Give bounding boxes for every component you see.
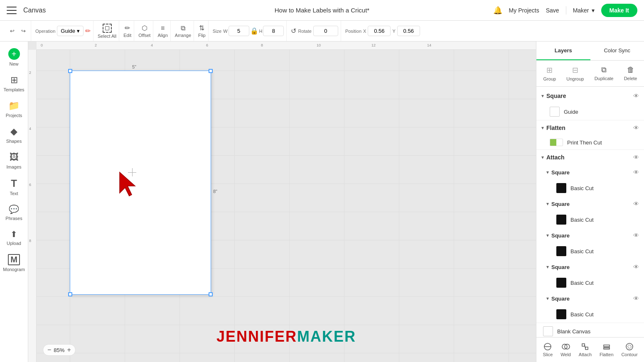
ruler-num-14: 14 — [427, 43, 431, 47]
size-label: Size — [213, 29, 221, 34]
monogram-icon: M — [8, 254, 20, 265]
visibility-toggle-sub5-icon[interactable]: 👁 — [633, 295, 639, 302]
canvas-label: Canvas — [23, 7, 46, 14]
chevron-down-icon: ▾ — [592, 7, 595, 14]
position-section: Position X Y — [343, 21, 423, 41]
delete-label: Delete — [624, 76, 637, 81]
y-position-input[interactable] — [397, 26, 420, 36]
attach-sub-name-2: Square — [551, 201, 631, 207]
layer-item-basic-cut-1[interactable]: Basic Cut — [543, 180, 644, 196]
visibility-toggle-sub4-icon[interactable]: 👁 — [633, 264, 639, 270]
sidebar-item-upload[interactable]: ⬆ Upload — [2, 226, 27, 249]
flatten-button[interactable]: Flatten — [597, 341, 616, 359]
sidebar-item-templates[interactable]: ⊞ Templates — [2, 71, 27, 95]
rotate-icon: ↺ — [291, 27, 296, 35]
width-input[interactable] — [229, 26, 249, 36]
ungroup-icon: ⊟ — [572, 66, 578, 75]
flatten-label: Flatten — [600, 352, 614, 357]
attach-sub-header-3[interactable]: ▾ Square 👁 — [543, 228, 644, 243]
layers-content[interactable]: ▾ Square 👁 Guide ▾ Flatten 👁 P — [536, 87, 644, 337]
machine-selector[interactable]: Maker ▾ — [573, 7, 595, 14]
basic-cut-swatch-4 — [556, 278, 566, 288]
hamburger-menu[interactable] — [7, 7, 17, 14]
group-button[interactable]: ⊞ Group — [540, 64, 560, 83]
height-input[interactable] — [263, 26, 284, 36]
undo-icon: ↩ — [10, 28, 15, 34]
sidebar-item-monogram[interactable]: M Monogram — [2, 251, 27, 275]
attach-sub-header-4[interactable]: ▾ Square 👁 — [543, 259, 644, 274]
make-it-button[interactable]: Make It — [601, 4, 637, 17]
visibility-toggle-sub3-icon[interactable]: 👁 — [633, 232, 639, 239]
pencil-icon[interactable]: ✏ — [85, 27, 91, 35]
sidebar-item-shapes[interactable]: ◆ Shapes — [2, 123, 27, 147]
duplicate-icon: ⧉ — [601, 66, 607, 74]
notification-bell-icon[interactable]: 🔔 — [493, 6, 502, 15]
arrange-button[interactable]: ⧉ Arrange — [175, 24, 191, 38]
edit-button[interactable]: ✏ Edit — [123, 24, 131, 38]
svg-rect-8 — [604, 345, 610, 347]
zoom-in-button[interactable]: + — [67, 346, 71, 354]
canvas-paper — [70, 71, 211, 295]
attach-sub-header-1[interactable]: ▾ Square 👁 — [543, 165, 644, 180]
sidebar-item-phrases[interactable]: 💬 Phrases — [2, 201, 27, 224]
contour-icon — [625, 342, 634, 351]
layer-item-basic-cut-2[interactable]: Basic Cut — [543, 211, 644, 228]
layer-item-basic-cut-4[interactable]: Basic Cut — [543, 274, 644, 291]
chevron-down-icon: ▾ — [546, 264, 549, 270]
x-position-input[interactable] — [368, 26, 391, 36]
sidebar-item-projects[interactable]: 📁 Projects — [2, 97, 27, 121]
layer-group-square-guide-header[interactable]: ▾ Square 👁 — [536, 88, 644, 103]
layer-item-guide[interactable]: Guide — [536, 103, 644, 120]
canvas-area[interactable]: 0 2 4 6 8 10 12 14 2 4 6 8 — [28, 42, 536, 362]
layer-item-ptc[interactable]: Print Then Cut — [536, 135, 644, 149]
images-icon: 🖼 — [10, 152, 19, 163]
main-toolbar: ↩ ↪ Operation Guide ▾ ✏ Select All ✏ Edi… — [0, 21, 644, 42]
chevron-down-icon: ▾ — [77, 28, 80, 34]
operation-dropdown[interactable]: Guide ▾ — [57, 26, 84, 36]
contour-button[interactable]: Contour — [619, 341, 640, 359]
ruler-num-12: 12 — [371, 43, 376, 47]
sidebar-item-new[interactable]: + New — [2, 45, 27, 70]
tab-color-sync[interactable]: Color Sync — [590, 42, 644, 60]
attach-button[interactable]: Attach — [576, 341, 594, 359]
visibility-toggle-sub2-icon[interactable]: 👁 — [633, 201, 639, 207]
undo-button[interactable]: ↩ — [7, 26, 17, 36]
layer-item-basic-cut-5[interactable]: Basic Cut — [543, 306, 644, 323]
align-button[interactable]: ≡ Align — [157, 24, 167, 38]
attach-sub-header-5[interactable]: ▾ Square 👁 — [543, 291, 644, 306]
attach-sub-header-2[interactable]: ▾ Square 👁 — [543, 196, 644, 211]
weld-button[interactable]: Weld — [558, 341, 573, 359]
visibility-toggle-flatten-icon[interactable]: 👁 — [633, 125, 639, 131]
visibility-toggle-sub1-icon[interactable]: 👁 — [633, 169, 639, 176]
redo-icon: ↪ — [21, 28, 26, 34]
rotate-input[interactable] — [313, 26, 338, 36]
duplicate-button[interactable]: ⧉ Duplicate — [591, 64, 617, 83]
flip-button[interactable]: ⇅ Flip — [198, 24, 206, 38]
redo-button[interactable]: ↪ — [19, 26, 28, 36]
ungroup-button[interactable]: ⊟ Ungroup — [563, 64, 587, 83]
attach-sub-group-4: ▾ Square 👁 Basic Cut — [536, 259, 644, 291]
upload-icon: ⬆ — [10, 229, 17, 239]
layer-item-basic-cut-3[interactable]: Basic Cut — [543, 243, 644, 259]
shapes-icon: ◆ — [10, 126, 17, 137]
operation-group: Operation Guide ▾ ✏ — [35, 26, 91, 36]
zoom-out-button[interactable]: − — [47, 346, 51, 354]
basic-cut-label-4: Basic Cut — [570, 280, 594, 286]
delete-button[interactable]: 🗑 Delete — [621, 64, 641, 83]
offset-button[interactable]: ⬡ Offset — [138, 24, 150, 38]
tab-layers[interactable]: Layers — [536, 42, 590, 60]
slice-button[interactable]: Slice — [540, 341, 555, 359]
visibility-toggle-icon[interactable]: 👁 — [633, 93, 639, 99]
layer-group-flatten-header[interactable]: ▾ Flatten 👁 — [536, 120, 644, 135]
layer-group-attach-header[interactable]: ▾ Attach 👁 — [536, 150, 644, 165]
layer-item-blank-canvas[interactable]: Blank Canvas — [536, 323, 644, 337]
visibility-toggle-attach-icon[interactable]: 👁 — [633, 154, 639, 161]
select-all-button[interactable] — [103, 24, 112, 33]
canvas-content[interactable]: 5" 8" JENNIFERMAKER − 85% + — [37, 50, 536, 362]
sidebar-item-images[interactable]: 🖼 Images — [2, 149, 27, 173]
lock-icon[interactable]: 🔒 — [250, 27, 258, 35]
sidebar-item-text[interactable]: T Text — [2, 174, 27, 199]
save-button[interactable]: Save — [546, 7, 559, 14]
dimension-marker-horizontal: 5" — [132, 64, 136, 69]
my-projects-link[interactable]: My Projects — [509, 7, 539, 14]
